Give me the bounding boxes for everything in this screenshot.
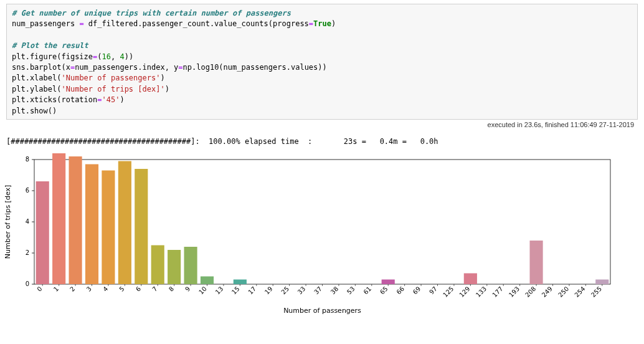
svg-text:254: 254 bbox=[573, 285, 586, 299]
bar bbox=[595, 279, 608, 284]
svg-text:8: 8 bbox=[168, 285, 175, 293]
bar bbox=[168, 250, 181, 284]
svg-text:4: 4 bbox=[26, 218, 29, 225]
notebook-cell: # Get number of unique trips with certai… bbox=[0, 0, 644, 133]
svg-text:25: 25 bbox=[280, 285, 290, 296]
svg-text:249: 249 bbox=[541, 285, 554, 299]
svg-text:17: 17 bbox=[247, 285, 257, 296]
svg-text:133: 133 bbox=[475, 285, 488, 299]
svg-text:0: 0 bbox=[36, 285, 43, 293]
code-input[interactable]: # Get number of unique trips with certai… bbox=[6, 4, 638, 120]
svg-text:38: 38 bbox=[329, 285, 340, 296]
svg-text:9: 9 bbox=[184, 285, 191, 293]
svg-text:37: 37 bbox=[313, 285, 323, 296]
svg-text:19: 19 bbox=[263, 285, 274, 296]
bar bbox=[69, 156, 82, 284]
svg-text:7: 7 bbox=[151, 285, 158, 293]
svg-text:61: 61 bbox=[362, 285, 372, 296]
svg-text:53: 53 bbox=[346, 285, 356, 296]
svg-text:129: 129 bbox=[458, 285, 471, 299]
svg-text:250: 250 bbox=[557, 285, 570, 299]
svg-text:0: 0 bbox=[26, 280, 29, 287]
bar bbox=[135, 169, 148, 284]
svg-text:69: 69 bbox=[412, 285, 422, 296]
svg-text:10: 10 bbox=[197, 285, 208, 296]
svg-text:193: 193 bbox=[508, 285, 521, 299]
code-comment-2: # Plot the result bbox=[12, 41, 88, 50]
bar bbox=[85, 164, 98, 284]
execution-timestamp: executed in 23.6s, finished 11:06:49 27-… bbox=[6, 120, 638, 132]
bar-chart: 0246801234567891013151719253337385361656… bbox=[0, 153, 623, 315]
svg-text:2: 2 bbox=[26, 249, 29, 256]
svg-text:3: 3 bbox=[85, 285, 93, 293]
bar bbox=[102, 170, 115, 284]
bar bbox=[201, 276, 214, 284]
bar bbox=[234, 279, 247, 284]
svg-text:1: 1 bbox=[52, 285, 60, 293]
code-comment-1: # Get number of unique trips with certai… bbox=[12, 9, 291, 17]
bar bbox=[36, 181, 49, 284]
svg-text:4: 4 bbox=[102, 285, 109, 293]
svg-text:97: 97 bbox=[428, 285, 438, 296]
y-axis-label: Number of trips [dex] bbox=[4, 185, 12, 259]
x-axis-label: Number of passengers bbox=[283, 307, 361, 315]
svg-text:177: 177 bbox=[491, 285, 504, 299]
bar bbox=[530, 241, 543, 284]
bar bbox=[52, 153, 65, 284]
bar bbox=[184, 247, 197, 284]
bar bbox=[151, 245, 164, 284]
svg-text:6: 6 bbox=[135, 285, 142, 293]
svg-text:65: 65 bbox=[379, 285, 389, 296]
svg-text:208: 208 bbox=[524, 285, 537, 299]
svg-text:6: 6 bbox=[26, 187, 29, 194]
svg-text:2: 2 bbox=[69, 285, 76, 293]
bar bbox=[464, 273, 477, 284]
bar bbox=[382, 279, 395, 284]
svg-text:255: 255 bbox=[590, 285, 603, 299]
svg-text:8: 8 bbox=[26, 156, 29, 163]
progress-output: [#######################################… bbox=[0, 133, 644, 147]
svg-text:125: 125 bbox=[442, 285, 455, 299]
svg-text:13: 13 bbox=[214, 285, 225, 296]
svg-text:33: 33 bbox=[296, 285, 307, 296]
svg-text:66: 66 bbox=[395, 285, 405, 296]
bar bbox=[118, 161, 131, 284]
svg-text:15: 15 bbox=[230, 285, 241, 296]
chart-output: 0246801234567891013151719253337385361656… bbox=[0, 147, 644, 322]
svg-text:5: 5 bbox=[118, 285, 125, 293]
